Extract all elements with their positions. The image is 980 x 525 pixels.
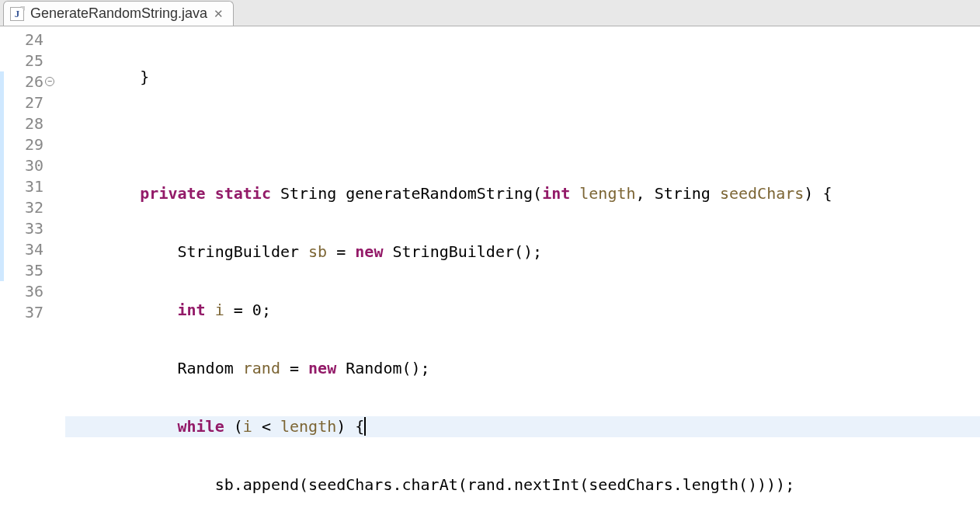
editor-pane: J GenerateRandomString.java ✕ 24 25 26 −… <box>0 0 980 525</box>
code-content[interactable]: } private static String generateRandomSt… <box>48 30 980 525</box>
line-number: 37 <box>0 302 43 323</box>
line-number: 26 − <box>0 71 43 92</box>
code-line: private static String generateRandomStri… <box>65 183 980 204</box>
line-number: 29 <box>0 134 43 155</box>
code-editor[interactable]: 24 25 26 − 27 28 29 30 31 32 33 34 35 36… <box>0 26 980 525</box>
line-number: 25 <box>0 50 43 71</box>
text-cursor <box>364 417 366 436</box>
line-number: 28 <box>0 113 43 134</box>
line-number: 32 <box>0 197 43 218</box>
line-number: 27 <box>0 92 43 113</box>
editor-tab[interactable]: J GenerateRandomString.java ✕ <box>3 1 234 26</box>
editor-tab-row: J GenerateRandomString.java ✕ <box>0 0 980 26</box>
code-line: int i = 0; <box>65 300 980 321</box>
java-file-icon: J <box>10 7 24 21</box>
line-number: 33 <box>0 218 43 239</box>
line-number-gutter: 24 25 26 − 27 28 29 30 31 32 33 34 35 36… <box>0 30 48 525</box>
code-line: while (i < length) { <box>65 416 980 437</box>
code-line: StringBuilder sb = new StringBuilder(); <box>65 242 980 262</box>
line-number: 24 <box>0 30 43 50</box>
line-number: 34 <box>0 239 43 260</box>
close-icon[interactable]: ✕ <box>214 7 224 21</box>
code-line: Random rand = new Random(); <box>65 358 980 379</box>
line-number: 35 <box>0 260 43 281</box>
line-number: 30 <box>0 155 43 176</box>
fold-toggle-icon[interactable]: − <box>45 77 54 86</box>
code-line: sb.append(seedChars.charAt(rand.nextInt(… <box>65 475 980 495</box>
line-number: 36 <box>0 281 43 302</box>
editor-tab-label: GenerateRandomString.java <box>30 5 207 22</box>
line-number: 31 <box>0 176 43 197</box>
code-line <box>65 125 980 146</box>
code-line: } <box>65 67 980 88</box>
